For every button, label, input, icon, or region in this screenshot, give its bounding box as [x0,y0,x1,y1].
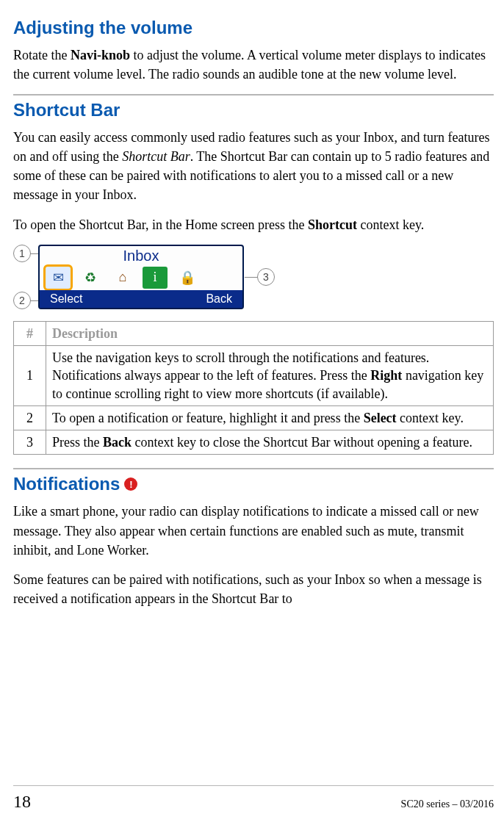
heading-text: Notifications [13,474,120,494]
para-shortcut-1: You can easily access commonly used radi… [13,128,494,204]
row-desc: Use the navigation keys to scroll throug… [46,345,494,405]
lock-icon: 🔒 [175,267,200,289]
para-shortcut-2: To open the Shortcut Bar, in the Home sc… [13,215,494,234]
table-row: 1 Use the navigation keys to scroll thro… [14,345,494,405]
callouts-left: 1 2 [13,245,31,309]
screen-title: Inbox [40,246,242,265]
description-table: # Description 1 Use the navigation keys … [13,321,494,455]
text: Press the [52,435,103,450]
select-key-term: Select [364,411,397,425]
info-icon: i [143,267,168,289]
row-desc: Press the Back context key to close the … [46,430,494,455]
text: context key. [397,411,464,425]
screen-footer: Select Back [40,290,242,308]
refresh-icon: ♻ [78,267,103,289]
page-number: 18 [13,792,31,812]
shortcut-bar-illustration: 1 2 Inbox ✉ ♻ ⌂ i 🔒 Select Back 3 [13,245,494,309]
heading-adjusting-volume: Adjusting the volume [13,13,494,38]
para-notif-2: Some features can be paired with notific… [13,570,494,608]
row-num: 1 [14,345,46,405]
text: To open the Shortcut Bar, in the Home sc… [13,217,308,232]
para-notif-1: Like a smart phone, your radio can displ… [13,502,494,559]
back-key-term: Back [103,435,132,450]
row-num: 3 [14,430,46,455]
back-softkey: Back [206,292,232,306]
shortcut-term: Shortcut [308,217,357,232]
shortcut-bar-screen: Inbox ✉ ♻ ⌂ i 🔒 Select Back [38,245,244,309]
table-header-row: # Description [14,321,494,345]
text: context key to close the Shortcut Bar wi… [132,435,472,450]
heading-shortcut-bar: Shortcut Bar [13,94,494,120]
table-row: 3 Press the Back context key to close th… [14,430,494,455]
text: To open a notification or feature, highl… [52,411,364,425]
callout-2: 2 [13,292,31,309]
text: Rotate the [13,48,71,62]
inbox-icon: ✉ [46,267,71,289]
row-desc: To open a notification or feature, highl… [46,405,494,430]
right-key-term: Right [370,368,402,383]
home-icon: ⌂ [110,267,135,289]
text: context key. [357,217,424,232]
page-footer: 18 SC20 series – 03/2016 [13,785,494,812]
col-description: Description [46,321,494,345]
alert-icon: ! [124,477,137,491]
row-num: 2 [14,405,46,430]
icon-row: ✉ ♻ ⌂ i 🔒 [40,265,242,290]
callout-1: 1 [13,245,31,262]
callout-3: 3 [257,268,275,286]
heading-notifications: Notifications ! [13,469,494,494]
col-number: # [14,321,46,345]
shortcut-bar-term: Shortcut Bar [122,149,190,164]
para-volume: Rotate the Navi-knob to adjust the volum… [13,46,494,84]
document-id: SC20 series – 03/2016 [401,798,494,810]
navi-knob-term: Navi-knob [71,48,130,62]
select-softkey: Select [50,292,82,306]
callouts-right: 3 [257,268,275,286]
table-row: 2 To open a notification or feature, hig… [14,405,494,430]
